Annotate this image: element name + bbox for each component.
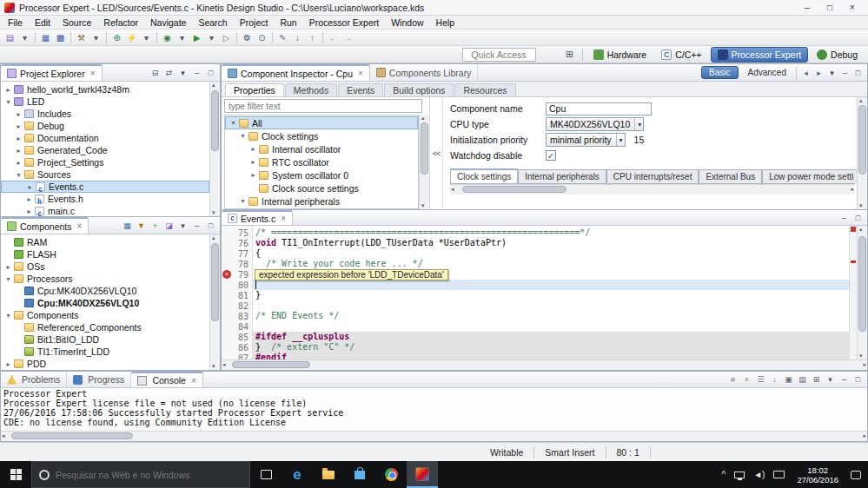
- tab-project-explorer[interactable]: Project Explorer ×: [1, 64, 103, 81]
- filter-input[interactable]: [224, 99, 422, 113]
- maximize-icon[interactable]: □: [204, 220, 217, 232]
- property-item-all[interactable]: ▾All: [225, 116, 418, 129]
- component-item-cpu-mk40dx256vlq10[interactable]: Cpu:MK40DX256VLQ10: [1, 297, 209, 309]
- error-icon[interactable]: ×: [222, 270, 231, 279]
- filter-components-icon[interactable]: ▼: [135, 220, 148, 232]
- menu-item-processor-expert[interactable]: Processor Expert: [303, 16, 386, 29]
- advanced-button[interactable]: Advanced: [741, 66, 793, 79]
- save-all-icon[interactable]: ▩: [53, 30, 68, 44]
- chevron-right-icon[interactable]: ▸: [14, 147, 23, 155]
- basic-button[interactable]: Basic: [701, 66, 738, 79]
- taskbar-search[interactable]: [31, 461, 250, 488]
- menu-item-help[interactable]: Help: [430, 16, 461, 29]
- perspective-processor-expert[interactable]: Processor Expert: [711, 47, 809, 63]
- property-item-internal-oscillator[interactable]: ▸Internal oscillator: [225, 142, 418, 155]
- code-area[interactable]: /* =====================================…: [253, 226, 849, 359]
- menu-item-search[interactable]: Search: [192, 16, 233, 29]
- tab-console[interactable]: Console×: [131, 372, 202, 387]
- minimize-icon[interactable]: –: [838, 373, 851, 386]
- network-icon[interactable]: [734, 472, 745, 478]
- watchdog-checkbox[interactable]: ✓: [546, 150, 556, 161]
- view-tab-build-options[interactable]: Build options: [384, 83, 454, 96]
- previous-annotation-icon[interactable]: ↑: [305, 30, 320, 44]
- line-number[interactable]: 75: [232, 228, 252, 238]
- minimize-icon[interactable]: –: [190, 67, 203, 79]
- property-item-clock-settings[interactable]: ▾Clock settings: [225, 129, 418, 142]
- collapse-all-icon[interactable]: ⊟: [149, 67, 162, 79]
- debug-icon[interactable]: ◉: [160, 30, 175, 44]
- open-console-icon[interactable]: ⊞: [810, 373, 823, 386]
- code-line[interactable]: void TI1_OnInterrupt(LDD_TUserData *User…: [253, 238, 849, 248]
- chevron-right-icon[interactable]: ▸: [14, 159, 23, 167]
- maximize-icon[interactable]: □: [851, 212, 865, 224]
- perspective-hardware[interactable]: Hardware: [587, 48, 653, 62]
- project-item-main-c[interactable]: ▸main.c: [1, 205, 209, 216]
- menu-item-window[interactable]: Window: [385, 16, 429, 29]
- code-line[interactable]: /* Write your code here ... */: [253, 259, 849, 269]
- settings-tab-internal-peripherals[interactable]: Internal peripherals: [518, 169, 606, 183]
- hidden-icons-button[interactable]: ^: [722, 470, 726, 479]
- vertical-scrollbar[interactable]: [209, 234, 220, 370]
- mark-occurrences-icon[interactable]: ✎: [275, 30, 290, 44]
- tab-component-inspector-cpu[interactable]: Component Inspector - Cpu×: [222, 64, 370, 81]
- chevron-down-icon[interactable]: ▾: [238, 132, 248, 140]
- minimize-icon[interactable]: –: [838, 212, 851, 224]
- add-component-icon[interactable]: +: [149, 220, 162, 232]
- component-name-input[interactable]: Cpu: [546, 102, 652, 115]
- chevron-down-icon[interactable]: ▾: [3, 275, 13, 283]
- component-item-oss[interactable]: ▸OSs: [1, 260, 209, 273]
- view-tab-events[interactable]: Events: [338, 83, 383, 96]
- line-number[interactable]: 83: [232, 312, 252, 321]
- vertical-scrollbar[interactable]: [419, 115, 429, 209]
- settings-tab-low-power-mode-setti[interactable]: Low power mode setti: [762, 169, 860, 183]
- chevron-right-icon[interactable]: ▸: [3, 86, 13, 94]
- component-item-ti1-timerint-ldd[interactable]: TI1:TimerInt_LDD: [1, 346, 209, 358]
- line-number[interactable]: 86: [232, 343, 252, 353]
- back-icon[interactable]: ←: [326, 30, 341, 44]
- project-item-debug[interactable]: ▸Debug: [1, 120, 209, 132]
- horizontal-scrollbar[interactable]: [222, 359, 867, 370]
- pin-console-icon[interactable]: ▣: [782, 373, 795, 386]
- scroll-lock-icon[interactable]: ↓: [768, 373, 781, 386]
- flash-programmer-icon[interactable]: ⚡: [124, 30, 139, 44]
- chevron-down-icon[interactable]: ▾: [238, 197, 248, 205]
- chevron-right-icon[interactable]: ▸: [24, 208, 34, 215]
- line-number[interactable]: 79: [231, 270, 252, 280]
- keyboard-icon[interactable]: [773, 471, 785, 478]
- maximize-icon[interactable]: □: [851, 373, 865, 386]
- component-item-components[interactable]: ▾Components: [1, 309, 209, 321]
- chevron-down-icon[interactable]: ▾: [14, 171, 23, 179]
- property-item-system-oscillator-0[interactable]: ▸System oscillator 0: [225, 168, 418, 181]
- component-item-ram[interactable]: RAM: [1, 236, 209, 248]
- component-item-flash[interactable]: FLASH: [1, 248, 209, 260]
- line-number[interactable]: 80: [232, 280, 252, 290]
- menu-item-source[interactable]: Source: [56, 16, 97, 29]
- view-menu-icon[interactable]: ▾: [176, 67, 189, 79]
- taskbar-app-task-view[interactable]: [250, 461, 282, 488]
- chevron-right-icon[interactable]: ▸: [248, 145, 258, 153]
- taskbar-app-edge[interactable]: e: [282, 461, 313, 488]
- chevron-right-icon[interactable]: ▸: [25, 183, 35, 191]
- close-window-button[interactable]: ×: [841, 3, 864, 12]
- project-item-generated-code[interactable]: ▸Generated_Code: [1, 144, 209, 156]
- menu-item-edit[interactable]: Edit: [29, 16, 56, 29]
- component-item-processors[interactable]: ▾Processors: [1, 273, 209, 285]
- search-icon[interactable]: ⊙: [255, 30, 269, 44]
- code-line[interactable]: [253, 300, 849, 311]
- project-item-events-h[interactable]: ▸Events.h: [1, 193, 209, 205]
- overview-ruler[interactable]: [849, 226, 857, 359]
- property-item-internal-peripherals[interactable]: ▾Internal peripherals: [225, 195, 418, 208]
- horizontal-scrollbar[interactable]: [1, 431, 867, 441]
- code-line[interactable]: [253, 321, 849, 332]
- component-item-referenced-components[interactable]: Referenced_Components: [1, 321, 209, 333]
- line-number[interactable]: 77: [232, 249, 252, 259]
- chevron-right-icon[interactable]: ▸: [14, 110, 23, 118]
- collapse-properties-button[interactable]: <<: [430, 97, 443, 209]
- menu-item-navigate[interactable]: Navigate: [144, 16, 192, 29]
- run-icon[interactable]: ▶: [189, 30, 204, 44]
- show-project-icon[interactable]: ▦: [121, 220, 134, 232]
- code-line[interactable]: /* END Events */: [253, 311, 849, 321]
- view-tab-methods[interactable]: Methods: [285, 83, 337, 96]
- taskbar-app-file-explorer[interactable]: [313, 461, 344, 488]
- component-item-pdd[interactable]: ▸PDD: [1, 358, 209, 370]
